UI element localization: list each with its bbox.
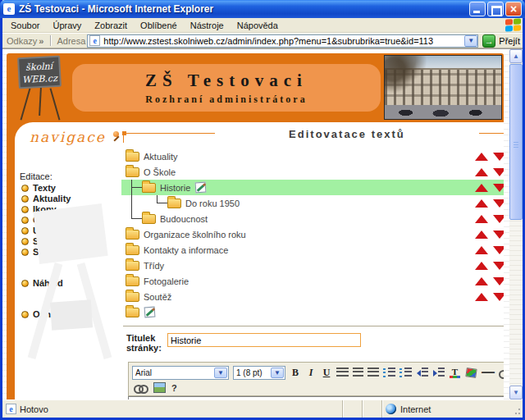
folder-icon[interactable]	[126, 308, 139, 317]
window-title: ZŠ Testovaci - Microsoft Internet Explor…	[19, 3, 469, 15]
editor-text-area[interactable]	[128, 396, 504, 399]
sidebar-item-soubory[interactable]: Soubory	[21, 236, 120, 246]
tree-item-label[interactable]: Fotogalerie	[144, 276, 189, 286]
tree-item-label[interactable]: Třídy	[144, 261, 164, 271]
horizontal-rule-icon[interactable]: —	[482, 365, 495, 380]
sidebar-item-obrazky[interactable]: Obrázky	[21, 215, 120, 225]
align-center-icon[interactable]	[353, 368, 363, 378]
fill-color-icon[interactable]	[465, 368, 477, 378]
help-icon[interactable]: ?	[171, 383, 177, 393]
folder-icon[interactable]	[126, 276, 139, 286]
go-button[interactable]: Přejít	[482, 34, 520, 48]
school-photo	[384, 55, 502, 120]
sidebar-item-texty[interactable]: Texty	[21, 183, 120, 193]
menu-item-nastroje[interactable]: Nástroje	[184, 21, 231, 30]
tree-item-label[interactable]: Do roku 1950	[185, 199, 240, 208]
tree-item-label[interactable]: Kontakty a informace	[144, 245, 228, 255]
tree-item-label[interactable]: Soutěž	[144, 292, 171, 302]
move-up-icon[interactable]	[475, 262, 488, 270]
menu-item-napoveda[interactable]: Nápověda	[231, 21, 285, 30]
address-field[interactable]: http://www.zstest.skolniweb.cz/admin/ind…	[87, 34, 478, 48]
tree-item-label[interactable]: Historie	[160, 183, 190, 193]
link-icon[interactable]	[499, 368, 504, 378]
menu-item-oblibene[interactable]: Oblíbené	[134, 21, 184, 30]
font-size-select[interactable]: 1 (8 pt)	[233, 366, 285, 380]
tree-item-label[interactable]: Organizace školního roku	[144, 230, 246, 240]
scrollbar-thumb[interactable]	[509, 64, 523, 220]
folder-icon[interactable]	[142, 183, 156, 193]
menu-item-zobrazit[interactable]: Zobrazit	[88, 21, 134, 30]
folder-icon[interactable]	[167, 199, 181, 208]
links-label[interactable]: Odkazy	[7, 36, 37, 46]
easel-leg	[21, 88, 31, 120]
folder-icon[interactable]	[126, 152, 139, 162]
insert-image-icon[interactable]	[153, 382, 166, 393]
maximize-button[interactable]	[487, 2, 504, 16]
indent-icon[interactable]	[432, 368, 445, 378]
dropdown-arrow-icon[interactable]	[214, 368, 227, 378]
insert-link-icon[interactable]	[134, 382, 148, 393]
address-dropdown-icon[interactable]	[464, 35, 477, 47]
move-up-icon[interactable]	[475, 215, 488, 223]
folder-icon[interactable]	[126, 292, 139, 302]
bold-button[interactable]: B	[290, 367, 301, 379]
page-title-input[interactable]	[167, 333, 361, 347]
menu-item-soubor[interactable]: Soubor	[4, 21, 46, 30]
folder-icon[interactable]	[126, 167, 139, 177]
address-input[interactable]: http://www.zstest.skolniweb.cz/admin/ind…	[103, 36, 433, 46]
tree-item-label[interactable]: O Škole	[144, 167, 176, 177]
move-up-icon[interactable]	[475, 168, 488, 176]
sidebar-item-uzivatele[interactable]: Uživatelé	[21, 226, 120, 235]
outdent-icon[interactable]	[416, 368, 428, 378]
move-down-icon[interactable]	[493, 246, 504, 254]
sidebar-item-ikony[interactable]: Ikony	[21, 204, 120, 214]
move-down-icon[interactable]	[493, 215, 504, 223]
folder-icon[interactable]	[142, 214, 156, 224]
resize-grip[interactable]	[511, 400, 523, 418]
ordered-list-icon[interactable]	[383, 368, 395, 378]
tree-item-label[interactable]: Budoucnost	[160, 214, 208, 224]
move-up-icon[interactable]	[475, 277, 488, 285]
new-page-icon[interactable]	[144, 307, 156, 318]
edit-page-icon[interactable]	[195, 182, 207, 194]
page-background: školní WEB.cz ZŠ Testovaci Rozhraní admi…	[2, 49, 509, 399]
move-up-icon[interactable]	[475, 293, 488, 301]
tree-item-label[interactable]: Aktuality	[144, 152, 178, 162]
align-left-icon[interactable]	[336, 368, 349, 378]
sidebar-item-aktuality[interactable]: Aktuality	[21, 194, 120, 203]
italic-button[interactable]: I	[305, 367, 317, 379]
move-down-icon[interactable]	[493, 184, 504, 192]
scroll-down-icon[interactable]	[509, 386, 523, 399]
sidebar-item-odhlasit[interactable]: Odhlásit	[21, 309, 120, 319]
dropdown-arrow-icon[interactable]	[271, 368, 284, 378]
folder-icon[interactable]	[126, 261, 139, 271]
scroll-up-icon[interactable]	[509, 49, 523, 63]
move-down-icon[interactable]	[493, 231, 504, 239]
chevron-icon[interactable]: »	[39, 36, 43, 46]
folder-icon[interactable]	[126, 230, 139, 240]
unordered-list-icon[interactable]	[399, 368, 412, 378]
move-down-icon[interactable]	[493, 277, 504, 285]
move-up-icon[interactable]	[475, 231, 488, 239]
scrollbar-track[interactable]	[509, 63, 523, 386]
move-up-icon[interactable]	[475, 246, 488, 254]
sidebar-item-statistiky[interactable]: Statistiky	[21, 247, 120, 257]
folder-icon[interactable]	[126, 245, 139, 255]
sidebar-item-nahled[interactable]: Náhled	[21, 278, 120, 288]
move-down-icon[interactable]	[493, 199, 504, 208]
move-down-icon[interactable]	[493, 262, 504, 270]
minimize-button[interactable]	[469, 2, 486, 16]
move-down-icon[interactable]	[493, 153, 504, 161]
underline-button[interactable]: U	[321, 367, 332, 379]
move-up-icon[interactable]	[475, 184, 488, 192]
move-down-icon[interactable]	[493, 293, 504, 301]
move-up-icon[interactable]	[475, 199, 488, 208]
menu-item-upravy[interactable]: Úpravy	[46, 21, 88, 30]
align-right-icon[interactable]	[368, 368, 379, 378]
close-button[interactable]	[505, 2, 522, 16]
vertical-scrollbar[interactable]	[509, 49, 523, 399]
move-down-icon[interactable]	[493, 168, 504, 176]
font-family-select[interactable]: Arial	[132, 366, 229, 380]
move-up-icon[interactable]	[475, 153, 488, 161]
text-color-icon[interactable]: T	[449, 368, 461, 378]
